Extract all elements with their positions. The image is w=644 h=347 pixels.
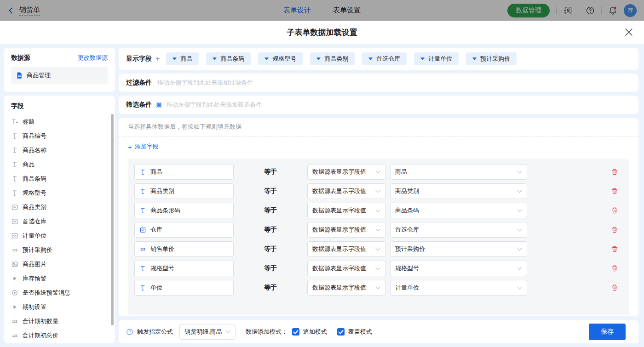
field-list-item[interactable]: 商品名称 <box>4 143 115 157</box>
field-list-item-label: 商品类别 <box>23 203 46 211</box>
rule-row: 仓库等于数据源表显示字段值首选仓库 <box>134 222 623 238</box>
modal-title: 子表单数据加载设置 <box>287 27 357 38</box>
field-list-item[interactable]: 123合计期初总价 <box>4 328 115 342</box>
trigger-formula-label: 触发指定公式 <box>137 328 173 336</box>
rule-source-select[interactable]: 数据源表显示字段值 <box>307 222 385 238</box>
tab-form-design[interactable]: 表单设计 <box>283 6 311 15</box>
rule-field-label: 单位 <box>150 284 162 292</box>
field-list-item[interactable]: 库存预警 <box>4 271 115 285</box>
close-icon[interactable] <box>624 27 634 37</box>
display-field-tag[interactable]: 商品 <box>166 52 199 65</box>
add-display-field-icon[interactable]: + <box>155 55 160 63</box>
tab-form-settings[interactable]: 表单设置 <box>333 6 361 15</box>
checkbox-checked-icon[interactable] <box>292 328 299 336</box>
rule-target-select[interactable]: 规格型号 <box>390 261 527 276</box>
datasource-item[interactable]: 商品管理 <box>11 67 108 84</box>
rule-row: 单位等于数据源表显示字段值计量单位 <box>134 280 623 296</box>
change-datasource-link[interactable]: 更改数据源 <box>78 54 108 62</box>
rule-source-select[interactable]: 数据源表显示字段值 <box>307 241 385 257</box>
rule-target-select[interactable]: 商品 <box>390 164 527 180</box>
field-list-item[interactable]: 商品图片 <box>4 257 115 271</box>
field-list-item[interactable]: 标题 <box>4 114 115 129</box>
data-manage-button[interactable]: 数据管理 <box>507 4 550 17</box>
image-field-icon <box>11 261 18 268</box>
field-list-item[interactable]: 123合计期初数量 <box>4 314 115 328</box>
help-icon[interactable] <box>586 6 595 15</box>
display-field-tag[interactable]: 商品类别 <box>310 52 355 65</box>
mode-option[interactable]: 覆盖模式 <box>337 328 372 336</box>
document-icon <box>16 72 23 79</box>
back-icon[interactable] <box>7 7 15 14</box>
display-field-tag[interactable]: 预计采购价 <box>466 52 517 65</box>
field-list-item[interactable]: 商品类别 <box>4 200 115 214</box>
delete-rule-icon[interactable] <box>611 188 618 195</box>
field-list-item[interactable]: 商品 <box>4 157 115 171</box>
trigger-formula-select[interactable]: 销货明细.商品 <box>179 324 236 340</box>
rule-field-label: 商品 <box>150 168 162 176</box>
field-list-item-label: 商品 <box>23 160 34 169</box>
form-title[interactable]: 销货单 <box>19 6 40 16</box>
rule-field-box[interactable]: 规格型号 <box>134 261 234 276</box>
rule-field-box[interactable]: 123销售单价 <box>134 241 234 257</box>
save-button[interactable]: 保存 <box>589 324 626 340</box>
field-list-item-label: 首选仓库 <box>23 217 46 226</box>
text-field-icon <box>11 175 18 182</box>
rule-field-box[interactable]: 仓库 <box>134 222 234 238</box>
filter-placeholder: 拖动左侧字段到此处来添加过滤条件 <box>157 79 253 87</box>
display-field-tag[interactable]: 首选仓库 <box>362 52 407 65</box>
modal-header: 子表单数据加载设置 <box>0 21 644 44</box>
rule-source-select[interactable]: 数据源表显示字段值 <box>307 261 385 276</box>
rule-field-box[interactable]: 商品条形码 <box>134 203 234 218</box>
rule-source-select[interactable]: 数据源表显示字段值 <box>307 164 385 180</box>
mode-option-label: 覆盖模式 <box>348 328 372 336</box>
notification-bell-icon[interactable] <box>608 6 617 15</box>
mode-option[interactable]: 追加模式 <box>292 328 327 336</box>
gear-icon[interactable] <box>155 102 162 108</box>
delete-rule-icon[interactable] <box>611 265 618 272</box>
rule-source-select[interactable]: 数据源表显示字段值 <box>307 183 385 199</box>
trigger-help-icon[interactable]: ? <box>126 328 133 336</box>
add-field-button[interactable]: + 添加字段 <box>128 142 159 151</box>
fields-scrollbar[interactable] <box>111 114 114 325</box>
rule-target-select[interactable]: 预计采购价 <box>390 241 527 257</box>
rule-field-box[interactable]: 商品 <box>134 164 234 180</box>
sieve-placeholder: 拖动左侧字段到此处来添加筛选条件 <box>166 101 262 109</box>
delete-rule-icon[interactable] <box>611 226 618 233</box>
field-list-item[interactable]: 商品编号 <box>4 129 115 143</box>
field-list-item[interactable]: 首选仓库 <box>4 214 115 228</box>
filter-condition-bar[interactable]: 过滤条件 拖动左侧字段到此处来添加过滤条件 <box>119 74 638 92</box>
field-list-item[interactable]: 期初设置 <box>4 300 115 314</box>
rule-field-box[interactable]: 单位 <box>134 280 234 296</box>
rule-field-label: 商品类别 <box>150 187 174 195</box>
address-book-icon[interactable] <box>563 6 572 15</box>
delete-rule-icon[interactable] <box>611 207 618 214</box>
delete-rule-icon[interactable] <box>611 168 618 176</box>
display-field-tag[interactable]: 计量单位 <box>414 52 459 65</box>
field-list-item[interactable]: 商品条码 <box>4 171 115 186</box>
rules-table: 商品等于数据源表显示字段值商品商品类别等于数据源表显示字段值商品类别商品条形码等… <box>128 159 629 315</box>
rule-field-box[interactable]: 商品类别 <box>134 183 234 199</box>
field-list-item[interactable]: 计量单位 <box>4 228 115 243</box>
rule-source-select[interactable]: 数据源表显示字段值 <box>307 280 385 296</box>
delete-rule-icon[interactable] <box>611 245 618 253</box>
field-list-item-label: 合计期初数量 <box>23 317 58 325</box>
delete-rule-icon[interactable] <box>611 284 618 291</box>
field-list-item[interactable]: 123预计采购价 <box>4 243 115 257</box>
display-field-tag[interactable]: 规格型号 <box>258 52 303 65</box>
field-list-item[interactable]: 是否推送预警消息 <box>4 285 115 300</box>
avatar[interactable]: 存 <box>624 4 637 17</box>
chevron-down-icon <box>517 248 522 251</box>
display-field-tag[interactable]: 商品条码 <box>206 52 251 65</box>
checkbox-checked-icon[interactable] <box>337 328 345 336</box>
rule-target-select[interactable]: 商品条码 <box>390 203 527 218</box>
field-list-item[interactable]: 规格型号 <box>4 186 115 200</box>
sieve-condition-bar[interactable]: 筛选条件 拖动左侧字段到此处来添加筛选条件 <box>119 96 638 114</box>
rule-source-select[interactable]: 数据源表显示字段值 <box>307 203 385 218</box>
plus-icon: + <box>128 143 132 151</box>
rules-hint: 当选择具体数据后，将按如下规则填充数据 <box>119 118 638 137</box>
rule-target-select[interactable]: 商品类别 <box>390 183 527 199</box>
mode-option-label: 追加模式 <box>303 328 327 336</box>
number-field-icon: 123 <box>11 318 18 325</box>
rule-target-select[interactable]: 首选仓库 <box>390 222 527 238</box>
rule-target-select[interactable]: 计量单位 <box>390 280 527 296</box>
